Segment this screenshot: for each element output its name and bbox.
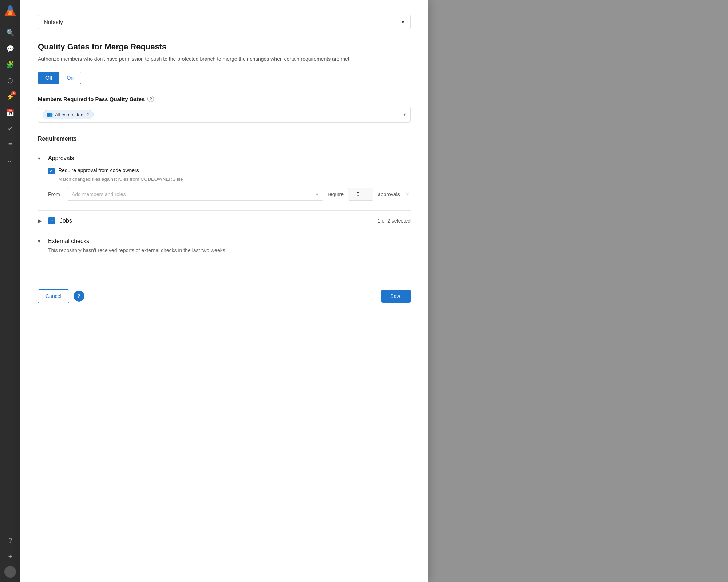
comment-icon[interactable]: 💬 (4, 42, 17, 55)
code-owners-sublabel: Match changed files against rules from C… (48, 176, 411, 182)
save-button[interactable]: Save (381, 290, 411, 303)
puzzle-icon[interactable]: 🧩 (4, 58, 17, 71)
nobody-dropdown-value: Nobody (44, 19, 63, 25)
members-roles-input[interactable]: Add members and roles ▾ (67, 188, 323, 201)
approvals-label: approvals (378, 191, 400, 197)
jobs-meta: 1 of 2 selected (377, 218, 411, 224)
add-sidebar-icon[interactable]: + (4, 550, 17, 563)
cancel-button[interactable]: Cancel (38, 289, 69, 303)
members-input-chevron: ▾ (316, 191, 318, 197)
on-off-toggle-group: Off On (38, 72, 81, 84)
hexagon-icon[interactable]: ⬡ (4, 74, 17, 87)
avatar[interactable] (4, 566, 16, 578)
sidebar: 🔍 💬 🧩 ⬡ ⚡ 📅 ✔ ≡ ··· ? + (0, 0, 20, 582)
approvals-title: Approvals (48, 155, 74, 162)
external-checks-section: ▾ External checks This repository hasn't… (38, 231, 411, 263)
search-icon[interactable]: 🔍 (4, 26, 17, 39)
toggle-on-button[interactable]: On (59, 72, 81, 84)
jobs-section: ▶ − Jobs 1 of 2 selected (38, 210, 411, 231)
members-section-label: Members Required to Pass Quality Gates ? (38, 96, 411, 102)
overlay: Nobody ▾ Quality Gates for Merge Request… (20, 0, 728, 582)
code-owners-checkbox-row: ✓ Require approval from code owners (48, 167, 411, 174)
code-owners-checkbox[interactable]: ✓ (48, 168, 55, 174)
from-row: From Add members and roles ▾ require app… (48, 188, 411, 201)
tag-remove-button[interactable]: × (87, 112, 90, 117)
more-icon[interactable]: ··· (4, 154, 17, 167)
requirements-label: Requirements (38, 136, 411, 142)
jobs-icon: − (48, 217, 55, 224)
main-area: Nobody ▾ Quality Gates for Merge Request… (20, 0, 728, 582)
approvals-section: ▾ Approvals ✓ Require approval from code… (38, 148, 411, 210)
requirements-section: Requirements ▾ Approvals ✓ Require appro… (38, 136, 411, 263)
external-checks-content: This repository hasn't received reports … (38, 244, 411, 256)
calendar-icon[interactable]: 📅 (4, 106, 17, 119)
bottom-divider (38, 263, 411, 263)
approvals-content: ✓ Require approval from code owners Matc… (38, 162, 411, 204)
help-sidebar-icon[interactable]: ? (4, 534, 17, 547)
members-help-icon[interactable]: ? (147, 96, 154, 102)
approvals-header[interactable]: ▾ Approvals (38, 155, 411, 162)
modal-footer: Cancel ? Save (38, 280, 411, 303)
members-dropdown[interactable]: 👥 All committers × ▾ (38, 107, 411, 123)
external-checks-header[interactable]: ▾ External checks (38, 238, 411, 244)
external-checks-description: This repository hasn't received reports … (48, 247, 225, 253)
external-checks-title: External checks (48, 238, 89, 244)
remove-approval-row-button[interactable]: × (404, 190, 411, 199)
checklist-icon[interactable]: ✔ (4, 122, 17, 135)
tag-label: All committers (55, 112, 85, 117)
require-label: require (328, 191, 344, 197)
members-roles-placeholder: Add members and roles (72, 191, 126, 197)
jobs-header[interactable]: ▶ − Jobs 1 of 2 selected (38, 217, 411, 224)
checkmark-icon: ✓ (50, 168, 53, 174)
group-icon: 👥 (47, 112, 53, 117)
approvals-number-input[interactable] (348, 188, 373, 201)
members-dropdown-chevron: ▾ (404, 112, 406, 117)
code-owners-label: Require approval from code owners (58, 167, 139, 173)
jobs-collapse-icon: ▶ (38, 218, 44, 224)
approvals-collapse-icon: ▾ (38, 155, 44, 161)
from-label: From (48, 191, 63, 197)
jobs-title: Jobs (60, 218, 72, 224)
toggle-off-button[interactable]: Off (38, 72, 59, 84)
modal-panel: Nobody ▾ Quality Gates for Merge Request… (20, 0, 428, 582)
app-logo[interactable] (4, 4, 17, 17)
page-title: Quality Gates for Merge Requests (38, 42, 411, 52)
nobody-dropdown-chevron: ▾ (401, 19, 404, 25)
footer-help-button[interactable]: ? (74, 291, 84, 302)
all-committers-tag: 👥 All committers × (43, 110, 94, 119)
section-description: Authorize members who don't have permiss… (38, 55, 411, 63)
nobody-dropdown[interactable]: Nobody ▾ (38, 15, 411, 29)
svg-point-3 (8, 5, 13, 11)
lightning-icon[interactable]: ⚡ (4, 90, 17, 103)
external-checks-collapse-icon: ▾ (38, 238, 44, 244)
footer-left: Cancel ? (38, 289, 84, 303)
list-icon[interactable]: ≡ (4, 138, 17, 151)
